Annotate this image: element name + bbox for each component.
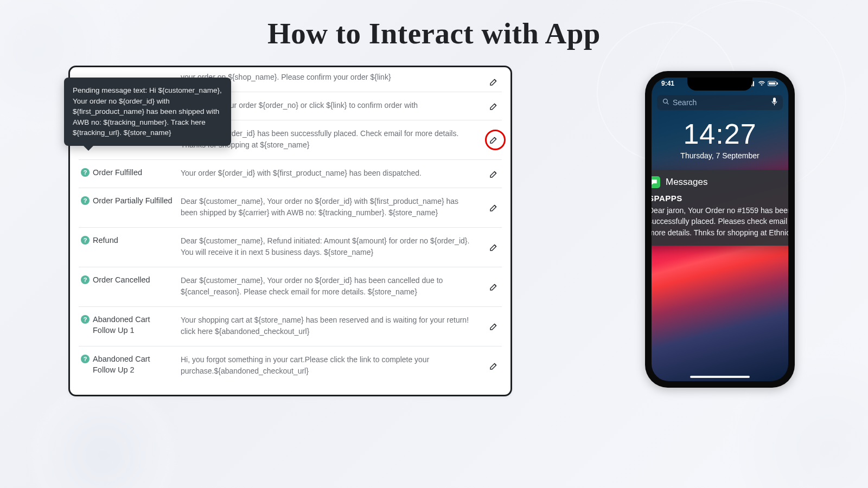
help-icon[interactable]: ? [81,315,90,324]
template-row: ?Abandoned Cart Follow Up 2Hi, you forgo… [79,346,502,386]
svg-rect-3 [753,81,754,86]
template-name-cell: ?Abandoned Cart Follow Up 2 [81,354,173,375]
svg-rect-9 [773,98,776,102]
lock-screen-clock: 14:27 Thursday, 7 September [652,118,788,160]
edit-template-button[interactable] [488,360,500,372]
status-time: 9:41 [661,80,674,87]
clock-date: Thursday, 7 September [652,151,788,160]
edit-template-button[interactable] [488,100,500,112]
template-message: Your shopping cart at ${store_name} has … [181,314,500,337]
notification-body: Dear jaron, Your Order no #1559 has been… [652,205,788,238]
edit-template-button[interactable] [488,241,500,253]
template-row: ?Order CancelledDear ${customer_name}, Y… [79,267,502,307]
template-row: ?Abandoned Cart Follow Up 1Your shopping… [79,307,502,346]
template-name-cell: ?Order Fulfilled [81,168,173,178]
svg-point-7 [663,99,668,104]
template-message: Your order ${order_id} with ${first_prod… [181,168,500,179]
notification-sender: SPAPPS [652,194,788,203]
help-icon[interactable]: ? [81,236,90,245]
messages-app-icon [652,176,660,188]
template-row: ?Order FulfilledYour order ${order_id} w… [79,160,502,188]
edit-template-button[interactable] [488,202,500,214]
template-name: Abandoned Cart Follow Up 2 [93,354,173,375]
template-name: Refund [93,235,118,246]
template-row: ?RefundDear ${customer_name}, Refund ini… [79,228,502,267]
edit-template-button[interactable] [488,168,500,180]
mic-icon[interactable] [771,98,777,107]
edit-template-button[interactable] [488,281,500,293]
page-title: How to Interact with App [0,16,868,50]
template-message: Dear ${customer_name}, Refund initiated:… [181,235,500,258]
search-placeholder: Search [673,98,697,107]
template-name: Order Cancelled [93,275,150,286]
template-name: Order Fulfilled [93,168,142,178]
wifi-icon [758,81,765,86]
svg-rect-5 [769,82,775,85]
notification-app-name: Messages [666,177,707,188]
help-icon[interactable]: ? [81,168,90,177]
template-name-cell: ?Abandoned Cart Follow Up 1 [81,314,173,336]
help-icon[interactable]: ? [81,196,90,205]
search-icon [662,98,669,107]
edit-template-button[interactable] [488,134,500,146]
clock-time: 14:27 [652,118,788,150]
template-name-cell: ?Refund [81,235,173,246]
template-row: ?Order Partially FulfilledDear ${custome… [79,188,502,228]
template-message: Dear ${customer_name}, Your order no ${o… [181,275,500,298]
svg-rect-6 [777,82,778,85]
template-name-cell: ?Order Cancelled [81,275,173,286]
home-indicator [690,376,750,378]
template-name: Abandoned Cart Follow Up 1 [93,314,173,336]
battery-icon [768,81,778,86]
help-icon[interactable]: ? [81,275,90,284]
help-icon[interactable]: ? [81,355,90,363]
phone-notch [687,78,752,91]
notification-card[interactable]: Messages Now SPAPPS Dear jaron, Your Ord… [652,170,788,246]
template-message: Hi, you forgot something in your cart.Pl… [181,354,500,377]
phone-mock: 9:41 Search [645,71,795,388]
template-name-cell: ?Order Partially Fulfilled [81,196,173,207]
phone-search-bar[interactable]: Search [657,95,783,110]
template-name: Order Partially Fulfilled [93,196,173,207]
edit-template-button[interactable] [488,320,500,332]
svg-line-8 [667,102,668,104]
template-message: Dear ${customer_name}, Your order no ${o… [181,196,500,219]
template-tooltip: Pending message text: Hi ${customer_name… [64,78,231,146]
edit-template-button[interactable] [488,76,500,88]
